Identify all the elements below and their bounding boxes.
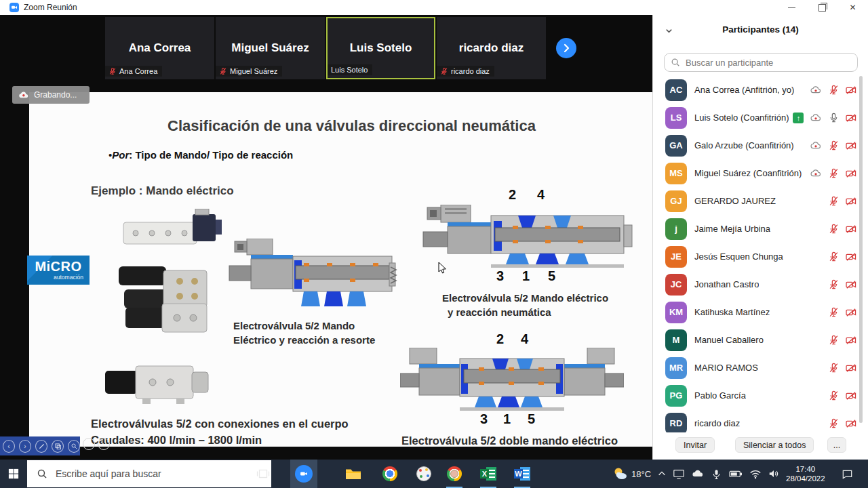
video-tile[interactable]: ricardo diaz ricardo diaz [437, 17, 546, 79]
speaker-icon [768, 468, 780, 479]
video-tile[interactable]: Ana Correa Ana Correa [105, 17, 214, 79]
mic-muted-icon [827, 306, 840, 319]
participant-name: Ana Correa (Anfitrión, yo) [694, 85, 794, 95]
participant-row[interactable]: MR MARIO RAMOS ↑ [653, 354, 868, 382]
avatar: KM [665, 302, 687, 323]
participant-row[interactable]: JC Jonathan Castro ↑ [653, 270, 868, 298]
camera-off-icon [845, 112, 857, 124]
zoom-slide-button[interactable] [68, 440, 80, 453]
slides-icon [55, 443, 61, 449]
taskbar-zoom-app[interactable] [290, 460, 317, 488]
taskbar-search[interactable] [27, 460, 271, 487]
battery-icon [728, 468, 743, 480]
pen-tool-button[interactable] [35, 440, 47, 453]
close-button[interactable]: ✕ [837, 0, 868, 15]
restore-button[interactable] [807, 0, 837, 15]
start-button[interactable] [0, 460, 27, 488]
zoom-meeting-window: Zoom Reunión ✕ Ana Correa Ana Correa Mig… [0, 0, 868, 488]
task-view-icon [256, 467, 270, 481]
participant-row[interactable]: KM Katihuska Martínez ↑ [653, 298, 868, 326]
tray-microphone[interactable] [711, 468, 722, 480]
previous-slide-button[interactable]: ‹ [3, 440, 15, 453]
camera-off-icon [845, 140, 857, 152]
weather-widget[interactable]: 18°C [612, 466, 651, 482]
taskbar-file-explorer[interactable] [340, 460, 367, 488]
taskbar-excel[interactable]: X [475, 460, 502, 488]
valve-photo-4 [105, 356, 210, 407]
window-title: Zoom Reunión [24, 3, 77, 12]
participant-row[interactable]: PG Pablo García ↑ [653, 382, 868, 409]
participant-name: Katihuska Martínez [694, 307, 770, 317]
taskbar-chrome[interactable] [376, 460, 403, 488]
mic-muted-icon [827, 279, 840, 291]
mic-muted-icon [827, 223, 840, 235]
taskbar-paint[interactable] [410, 460, 437, 488]
title-bar: Zoom Reunión ✕ [0, 0, 868, 15]
taskbar-word[interactable]: W [509, 460, 536, 488]
participant-row[interactable]: GA Galo Arzube (Coanfitrión) ↑ [653, 131, 868, 159]
chevron-right-icon [561, 43, 572, 54]
tray-expand-button[interactable] [657, 469, 667, 479]
mic-muted-icon [827, 167, 840, 180]
participant-name: Jaime Mejía Urbina [694, 224, 770, 234]
taskbar-search-input[interactable] [54, 468, 271, 480]
taskbar-chrome-profile[interactable] [441, 460, 468, 488]
tray-battery[interactable] [728, 468, 743, 480]
avatar: MS [665, 163, 687, 184]
minimize-button[interactable] [776, 0, 807, 15]
tray-wifi[interactable] [749, 469, 762, 479]
tray-onedrive[interactable] [691, 467, 705, 481]
mic-muted-icon [827, 362, 840, 374]
valve-diagram-double: 2 4 3 1 5 [400, 330, 624, 432]
video-tile[interactable]: Luis Sotelo Luis Sotelo [326, 17, 435, 79]
tray-cast[interactable] [673, 468, 685, 480]
recording-cloud-icon [810, 167, 822, 180]
next-page-videos-button[interactable] [556, 38, 576, 58]
participant-search[interactable] [664, 53, 858, 72]
file-explorer-icon [345, 466, 361, 481]
port-label: 2 [509, 187, 516, 203]
port-label: 5 [548, 268, 555, 284]
avatar: LS [665, 107, 687, 129]
participant-row[interactable]: GJ GERARDO JAUREZ ↑ [653, 187, 868, 215]
camera-off-icon [845, 279, 857, 291]
tray-volume[interactable] [768, 468, 780, 479]
onedrive-cloud-icon [691, 467, 705, 481]
avatar: PG [665, 385, 687, 407]
participant-row[interactable]: j Jaime Mejía Urbina ↑ [653, 215, 868, 243]
participant-row[interactable]: LS Luis Sotelo (Coanfitrión) ↑ [653, 104, 868, 131]
search-input[interactable] [684, 57, 851, 68]
video-tile[interactable]: Miguel Suárez Miguel Suárez [216, 17, 325, 79]
mic-muted-icon [827, 390, 840, 402]
presenter-extra-button[interactable] [83, 438, 95, 450]
invite-button[interactable]: Invitar [675, 437, 715, 453]
more-options-button[interactable]: ... [827, 437, 846, 453]
screen-share-badge: ↑ [793, 113, 804, 123]
recording-label: Grabando... [34, 90, 77, 100]
valve-photo-1 [122, 209, 224, 249]
presenter-extra-button[interactable] [98, 438, 110, 450]
panel-scrollbar-thumb[interactable] [859, 76, 863, 423]
avatar: MR [665, 357, 687, 379]
participant-row[interactable]: MS Miguel Suárez (Coanfitrión) ↑ [653, 159, 868, 187]
next-slide-button[interactable]: › [19, 440, 31, 453]
mute-all-button[interactable]: Silenciar a todos [735, 437, 814, 453]
recording-cloud-icon [810, 112, 822, 124]
system-tray: 18°C [612, 460, 854, 488]
video-tile-label-text: Luis Sotelo [331, 66, 368, 74]
temperature: 18°C [631, 469, 651, 479]
action-center-button[interactable] [841, 468, 854, 481]
participant-row[interactable]: RD ricardo diaz ↑ [653, 409, 868, 434]
slide-navigator-button[interactable] [52, 440, 64, 453]
mic-on-icon [827, 112, 840, 124]
recording-indicator[interactable]: Grabando... [12, 86, 90, 104]
participant-row[interactable]: JE Jesús Esquen Chunga ↑ [653, 243, 868, 270]
avatar: j [665, 218, 687, 240]
participant-name: Luis Sotelo (Coanfitrión) [694, 113, 789, 123]
taskbar-clock[interactable]: 17:40 28/04/2022 [786, 464, 825, 484]
camera-off-icon [845, 167, 857, 180]
task-view-button[interactable] [250, 460, 277, 488]
participant-row[interactable]: M Manuel Caballero ↑ [653, 326, 868, 354]
valve-diagram-spring [228, 239, 401, 313]
participant-row[interactable]: AC Ana Correa (Anfitrión, yo) ↑ [653, 76, 868, 104]
